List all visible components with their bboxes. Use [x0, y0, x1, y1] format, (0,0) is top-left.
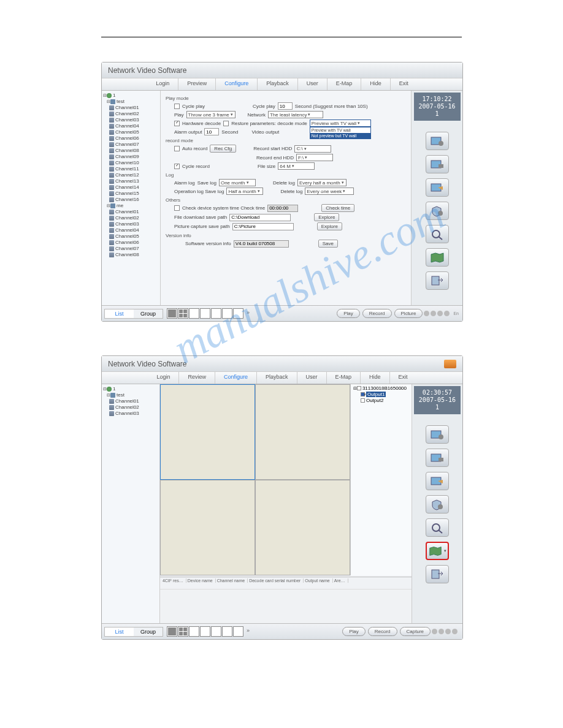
output-device[interactable]: 31130018B1650000 — [362, 385, 407, 391]
menu-user[interactable]: User — [297, 372, 327, 384]
preview-mode-dropdown[interactable]: Preview with TV wall Not preview but TV … — [310, 127, 371, 139]
map-icon[interactable] — [426, 542, 449, 560]
layout-more[interactable]: » — [244, 308, 252, 319]
group-tab[interactable]: Group — [134, 628, 163, 636]
layout-16[interactable] — [222, 308, 232, 319]
cycle-play-checkbox[interactable] — [174, 104, 180, 109]
output-2[interactable]: Output2 — [366, 398, 383, 403]
preview-opt-1[interactable]: Not preview but TV wall — [310, 133, 370, 138]
pic-cap-input[interactable] — [232, 223, 294, 230]
security-icon[interactable] — [426, 202, 449, 220]
output-tree[interactable]: ⊟31130018B1650000 Output1 Output2 — [350, 384, 412, 575]
play-select[interactable]: Throw one 3 frame — [186, 111, 236, 118]
list-tab[interactable]: List — [105, 628, 134, 636]
col-4[interactable]: Output name — [305, 578, 332, 583]
exit-icon[interactable] — [426, 271, 449, 290]
capture-button[interactable]: Capture — [400, 627, 431, 636]
local-config-icon[interactable] — [426, 425, 449, 444]
exit-icon[interactable] — [426, 565, 449, 583]
end-hdd-select[interactable]: F:\ — [296, 154, 333, 161]
list-tab[interactable]: List — [105, 309, 134, 318]
col-3[interactable]: Decode card serial number — [249, 578, 304, 583]
menu-playback[interactable]: Playback — [258, 78, 298, 90]
check-time-button[interactable]: Check time — [321, 204, 354, 212]
group-tab[interactable]: Group — [134, 309, 163, 318]
cycle-record-checkbox[interactable] — [174, 164, 180, 169]
menu-emap[interactable]: E-Map — [327, 372, 361, 384]
layout-9[interactable] — [211, 626, 221, 637]
explore-button-1[interactable]: Explore — [314, 213, 339, 221]
preview-cell-3[interactable] — [160, 480, 255, 575]
layout-25[interactable] — [233, 308, 243, 319]
save-button[interactable]: Save — [318, 240, 338, 248]
col-1[interactable]: Device name — [188, 578, 216, 583]
col-2[interactable]: Channel name — [217, 578, 248, 583]
menu-login[interactable]: Login — [147, 78, 178, 90]
menu-configure[interactable]: Configure — [216, 78, 258, 90]
layout-1[interactable] — [167, 308, 177, 319]
record-schedule-icon[interactable] — [426, 472, 449, 490]
restore-checkbox[interactable] — [223, 121, 229, 126]
layout-6[interactable] — [189, 308, 199, 319]
output-1[interactable]: Output1 — [366, 392, 386, 397]
alarm-output-input[interactable] — [204, 128, 219, 135]
layout-4[interactable] — [178, 308, 188, 319]
hw-decode-checkbox[interactable] — [174, 121, 180, 126]
record-button[interactable]: Record — [368, 627, 397, 636]
security-icon[interactable] — [426, 495, 449, 514]
menu-hide[interactable]: Hide — [361, 372, 390, 384]
col-0[interactable]: 4CIF res… — [163, 578, 186, 583]
layout-16[interactable] — [222, 626, 232, 637]
op-save-select[interactable]: Half a month — [226, 188, 263, 195]
preview-cell-4[interactable] — [255, 480, 350, 575]
layout-4[interactable] — [178, 626, 188, 637]
preview-cell-2[interactable] — [255, 384, 350, 480]
layout-1[interactable] — [167, 626, 177, 637]
remote-config-icon[interactable] — [426, 155, 449, 173]
play-button[interactable]: Play — [337, 309, 360, 318]
menu-exit[interactable]: Exit — [391, 78, 417, 90]
alarm-save-select[interactable]: One month — [219, 179, 256, 186]
picture-button[interactable]: Picture — [394, 309, 423, 318]
map-icon[interactable] — [426, 248, 449, 267]
col-5[interactable]: Are… — [334, 578, 348, 583]
menu-user[interactable]: User — [298, 78, 327, 90]
preview-opt-0[interactable]: Preview with TV wall — [310, 127, 370, 133]
device-tree[interactable]: ⊟ 1⊟ testChannel01Channel02Channel03Chan… — [102, 91, 161, 305]
device-tree[interactable]: ⊟ 1⊟ testChannel01Channel02Channel03 — [102, 384, 160, 623]
menu-exit[interactable]: Exit — [390, 372, 416, 384]
menu-emap[interactable]: E-Map — [327, 78, 362, 90]
layout-6[interactable] — [189, 626, 199, 637]
layout-8[interactable] — [200, 626, 210, 637]
cycle-play-seconds[interactable] — [278, 102, 293, 110]
layout-8[interactable] — [200, 308, 210, 319]
menu-configure[interactable]: Configure — [215, 372, 257, 384]
search-icon[interactable] — [426, 518, 449, 537]
start-hdd-select[interactable]: C:\ — [294, 145, 331, 153]
auto-record-checkbox[interactable] — [174, 146, 180, 151]
record-button[interactable]: Record — [362, 309, 392, 318]
file-size-select[interactable]: 64 M — [278, 162, 315, 170]
preview-grid[interactable] — [160, 384, 350, 575]
local-config-icon[interactable] — [426, 132, 449, 150]
menu-playback[interactable]: Playback — [257, 372, 297, 384]
play-button[interactable]: Play — [342, 627, 366, 636]
search-icon[interactable] — [426, 225, 449, 243]
check-time-checkbox[interactable] — [174, 205, 180, 211]
menu-preview[interactable]: Preview — [178, 78, 216, 90]
op-delete-select[interactable]: Every one week — [305, 188, 354, 195]
explore-button-2[interactable]: Explore — [317, 222, 342, 230]
alarm-delete-select[interactable]: Every half a month — [297, 179, 347, 186]
rec-cfg-button[interactable]: Rec Cfg — [210, 145, 236, 153]
download-icon[interactable] — [444, 360, 456, 368]
layout-9[interactable] — [211, 308, 221, 319]
menu-login[interactable]: Login — [148, 372, 179, 384]
record-schedule-icon[interactable] — [426, 178, 449, 197]
file-dl-input[interactable] — [229, 214, 291, 221]
preview-cell-1[interactable] — [160, 384, 255, 480]
network-select[interactable]: The least latency — [268, 111, 323, 118]
remote-config-icon[interactable] — [426, 449, 449, 467]
layout-more[interactable]: » — [244, 626, 252, 637]
preview-mode-select[interactable]: Preview with TV wall — [310, 119, 371, 127]
layout-25[interactable] — [233, 626, 243, 637]
